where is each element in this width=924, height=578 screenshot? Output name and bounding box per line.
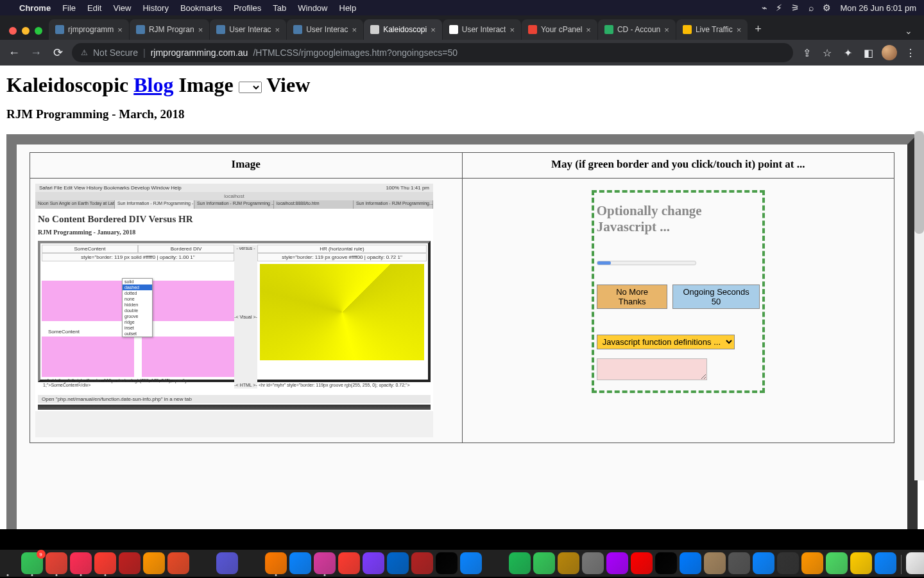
dock-app-icon[interactable] [119,552,141,574]
window-zoom[interactable] [35,27,42,35]
tab-close-icon[interactable]: × [509,25,515,35]
no-more-thanks-button[interactable]: No More Thanks [597,285,668,309]
share-icon[interactable]: ⇪ [800,47,814,59]
dock-app-icon[interactable] [875,552,896,574]
dock-app-icon[interactable] [606,552,628,574]
tab-close-icon[interactable]: × [664,25,669,35]
dock-app-icon[interactable] [167,552,189,574]
dock-app-icon[interactable] [850,552,872,574]
control-center-icon[interactable]: ⚙ [823,3,831,13]
menu-kebab-icon[interactable]: ⋮ [903,47,918,59]
dock-app-icon[interactable] [509,552,531,574]
dock-app-icon[interactable] [728,552,750,574]
dock-app-icon[interactable] [411,552,433,574]
dock-app-icon[interactable] [363,552,384,574]
menu-edit[interactable]: Edit [87,3,101,13]
side-panel-icon[interactable]: ◧ [861,47,875,59]
dock-app-icon[interactable] [704,552,726,574]
dock-app-icon[interactable] [631,552,653,574]
tab-close-icon[interactable]: × [198,25,203,35]
dock-app-icon[interactable] [241,552,262,574]
browser-tab[interactable]: Live Traffic × [676,19,748,40]
dock-app-icon[interactable] [70,552,92,574]
menu-window[interactable]: Window [298,3,327,13]
vertical-scrollbar[interactable] [914,131,924,480]
tab-close-icon[interactable]: × [352,25,357,35]
dock-app-icon[interactable] [753,552,774,574]
menu-file[interactable]: File [62,3,76,13]
extensions-icon[interactable]: ✦ [841,47,855,59]
menu-profiles[interactable]: Profiles [234,3,261,13]
tab-close-icon[interactable]: × [737,25,742,35]
dock-app-icon[interactable] [655,552,677,574]
browser-tab[interactable]: Kaleidoscopi× [364,19,442,40]
emb-tab: Sun Information - RJM Programming - J... [115,200,194,209]
browser-tab[interactable]: CD - Accoun× [598,19,676,40]
window-close[interactable] [9,27,17,35]
dock-app-icon[interactable] [265,552,287,574]
dock-app-icon[interactable] [826,552,848,574]
tab-close-icon[interactable]: × [117,25,123,35]
dock-app-icon[interactable] [46,552,67,574]
dock-app-icon[interactable] [801,552,823,574]
search-icon[interactable]: ⌕ [809,3,814,13]
profile-avatar[interactable] [882,45,897,60]
dock-app-icon[interactable] [680,552,701,574]
dock-app-icon[interactable] [906,552,925,574]
tab-close-icon[interactable]: × [275,25,280,35]
js-definitions-select[interactable]: Javascript function definitions ... [597,335,735,349]
dock-app-icon[interactable] [533,552,555,574]
browser-tab[interactable]: RJM Progran× [130,19,209,40]
scrollbar-thumb[interactable] [914,131,924,234]
address-bar[interactable]: ⚠ Not Secure | rjmprogramming.com.au/HTM… [72,43,793,62]
menu-bookmarks[interactable]: Bookmarks [180,3,222,13]
browser-tab[interactable]: Your cPanel× [522,19,597,40]
menu-help[interactable]: Help [339,3,357,13]
tab-overflow-button[interactable]: ⌄ [898,26,919,40]
pink-textarea[interactable] [597,358,707,380]
dock-app-icon[interactable] [94,552,116,574]
dock-app-icon[interactable] [143,552,165,574]
bluetooth-icon[interactable]: ⌁ [762,3,767,13]
dock-app-icon[interactable] [558,552,579,574]
dock-app-icon[interactable] [484,552,506,574]
tab-close-icon[interactable]: × [431,25,436,35]
dock-app-icon[interactable] [192,552,214,574]
dock-app-icon[interactable] [582,552,604,574]
menu-view[interactable]: View [113,3,131,13]
green-dashed-panel[interactable]: Optionally change Javascript ... No More… [592,190,765,393]
wifi-icon[interactable]: ⚞ [791,3,800,13]
dock-app-icon[interactable] [216,552,238,574]
browser-tab[interactable]: User Interac× [210,19,286,40]
favicon-icon [136,25,145,34]
title-select[interactable] [239,82,262,93]
reload-button[interactable]: ⟳ [50,46,65,60]
emb-dd-opt: dotted [123,290,152,296]
battery-icon[interactable]: ⚡︎ [776,3,782,13]
menu-tab[interactable]: Tab [273,3,286,13]
dock-app-icon[interactable] [777,552,799,574]
forward-button[interactable]: → [28,46,44,60]
dock-app-icon[interactable]: 9 [21,552,43,574]
back-button[interactable]: ← [6,46,22,60]
clock[interactable]: Mon 26 Jun 6:01 pm [840,3,916,13]
app-name[interactable]: Chrome [19,3,51,13]
browser-tab[interactable]: User Interact× [443,19,521,40]
tab-close-icon[interactable]: × [586,25,591,35]
dock-app-icon[interactable] [0,552,19,574]
dock-app-icon[interactable] [436,552,458,574]
bookmark-star-icon[interactable]: ☆ [820,47,834,59]
new-tab-button[interactable]: + [748,22,768,40]
blog-link[interactable]: Blog [133,73,173,96]
dock-app-icon[interactable] [338,552,360,574]
dock-app-icon[interactable] [289,552,311,574]
dock-app-icon[interactable] [460,552,482,574]
dock-app-icon[interactable] [387,552,409,574]
window-minimize[interactable] [22,27,30,35]
browser-tab[interactable]: rjmprogramm× [49,19,129,40]
dock-app-icon[interactable] [314,552,336,574]
embedded-screenshot[interactable]: Safari File Edit View History Bookmarks … [35,184,433,437]
browser-tab[interactable]: User Interac× [287,19,363,40]
ongoing-seconds-button[interactable]: Ongoing Seconds 50 [672,285,759,309]
menu-history[interactable]: History [142,3,168,13]
